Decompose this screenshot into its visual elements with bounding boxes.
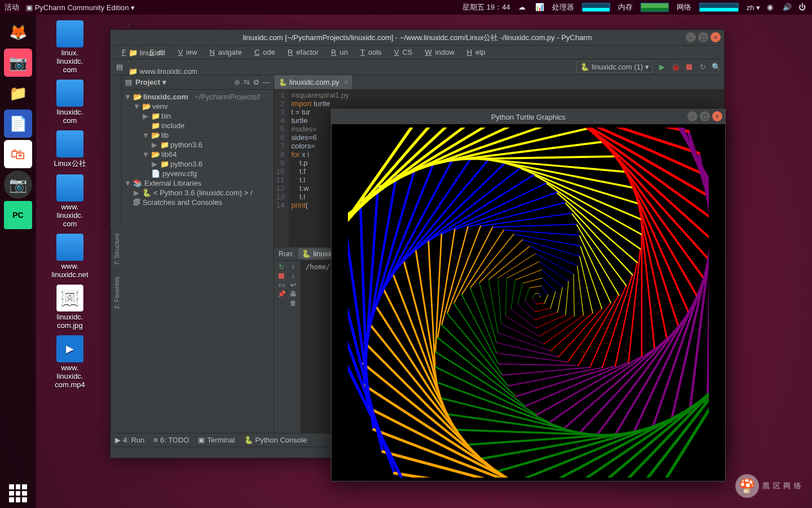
clock[interactable]: 星期五 19：44 [462, 2, 510, 12]
svg-line-47 [496, 343, 558, 357]
editor-tab[interactable]: 🐍 linuxidc.com.py× [274, 75, 353, 89]
svg-line-118 [455, 430, 615, 435]
menu-vcs[interactable]: VCS [387, 47, 416, 58]
svg-line-75 [442, 227, 468, 325]
terminal-tab-btn[interactable]: ▣ Terminal [198, 436, 235, 444]
run-toolbar: ↻↑ ↓ ▭↩ 📌🖶 🗑 [274, 261, 301, 433]
menu-window[interactable]: Window [418, 47, 458, 58]
dock-files[interactable]: 📁 [4, 79, 32, 107]
run-label: Run: [279, 249, 294, 258]
pycharm-titlebar[interactable]: linuxidc.com [~/PycharmProjects/linuxidc… [111, 30, 724, 46]
print-icon[interactable]: 🖶 [288, 290, 299, 298]
svg-line-79 [557, 192, 637, 262]
debug-button-icon[interactable]: 🐞 [671, 63, 680, 72]
run-button-icon[interactable]: ▶ [657, 63, 667, 72]
menu-tools[interactable]: Tools [354, 47, 385, 58]
up-icon[interactable]: ↑ [288, 263, 299, 271]
stop-icon[interactable] [276, 272, 287, 280]
project-header: ▤Project ▾ ⊕ ⇆ ✿ — [122, 75, 273, 90]
menu-bar: FileEditViewNavigateCodeRefactorRunTools… [111, 46, 724, 59]
svg-line-12 [535, 308, 550, 312]
todo-tab-btn[interactable]: ≡ 6: TODO [153, 436, 189, 444]
svg-line-44 [522, 240, 580, 256]
favorites-tab[interactable]: 2: Favorites [112, 271, 121, 314]
svg-line-65 [502, 367, 590, 375]
svg-line-109 [488, 160, 633, 188]
run-tab-btn[interactable]: ▶ 4: Run [115, 436, 144, 444]
menu-refactor[interactable]: Refactor [281, 47, 322, 58]
net-label: 网络 [677, 2, 691, 12]
breadcrumb-root[interactable]: ▤ [114, 63, 125, 71]
project-tool-window: ▤Project ▾ ⊕ ⇆ ✿ — ▼linuxidc.com ~/Pycha… [122, 75, 274, 433]
svg-line-82 [438, 338, 525, 406]
turtle-titlebar[interactable]: Python Turtle Graphics – ◻ × [332, 110, 725, 124]
dock-pycharm[interactable]: PC [4, 201, 32, 229]
turtle-maximize[interactable]: ◻ [700, 111, 710, 121]
dock-software[interactable]: 🛍 [4, 140, 32, 168]
desktop-icon[interactable]: 🖼linuxidc. com.jpg [45, 284, 95, 330]
search-everywhere-icon[interactable]: 🔍 [712, 63, 721, 72]
power-icon[interactable]: ⏻ ▾ [798, 3, 807, 12]
dock-firefox[interactable]: 🦊 [4, 18, 32, 46]
dock-camera[interactable]: 📷 [4, 170, 32, 199]
desktop-icon[interactable]: www. linuxidc.net [45, 234, 95, 279]
a11y-icon[interactable]: ◉ [767, 3, 776, 12]
dock-screenshot[interactable]: 📷 [4, 49, 32, 77]
settings-icon[interactable]: ✿ [253, 78, 259, 86]
svg-line-34 [498, 278, 501, 323]
desktop-icon[interactable]: www. linuxidc. com [45, 174, 95, 228]
activities-button[interactable]: 活动 [5, 2, 19, 12]
window-title: linuxidc.com [~/PycharmProjects/linuxidc… [242, 33, 592, 43]
menu-run[interactable]: Run [324, 47, 351, 58]
menu-help[interactable]: Help [460, 47, 489, 58]
rerun-icon[interactable]: ↻ [276, 263, 287, 271]
svg-line-97 [520, 168, 641, 220]
close-tab-icon[interactable]: × [344, 78, 348, 86]
structure-tab[interactable]: 7: Structure [112, 227, 121, 271]
console-tab-btn[interactable]: 🐍 Python Console [244, 436, 307, 444]
dock-writer[interactable]: 📄 [4, 110, 32, 138]
hide-icon[interactable]: — [263, 78, 270, 86]
layout-icon[interactable]: ▭ [276, 281, 287, 289]
maximize-button[interactable]: ◻ [698, 32, 708, 42]
desktop-icon[interactable]: linuxidc. com [45, 80, 95, 125]
svg-line-32 [535, 253, 573, 274]
pin-icon[interactable]: 📌 [276, 290, 287, 298]
turtle-close[interactable]: × [712, 111, 722, 121]
pycharm-app-menu[interactable]: ▣ PyCharm Community Edition ▾ [26, 3, 135, 12]
desktop-icon[interactable]: Linux公社 [45, 130, 95, 169]
menu-code[interactable]: Code [248, 47, 279, 58]
svg-line-37 [577, 265, 584, 315]
close-button[interactable]: × [710, 32, 721, 42]
svg-line-67 [572, 213, 626, 286]
wrap-icon[interactable]: ↩ [288, 281, 299, 289]
show-apps-button[interactable] [9, 484, 27, 502]
svg-line-73 [565, 203, 632, 275]
update-button-icon[interactable]: ↻ [698, 63, 707, 72]
svg-line-10 [525, 288, 529, 301]
svg-line-24 [536, 315, 566, 328]
net-graph [699, 3, 739, 12]
menu-navigate[interactable]: Navigate [203, 47, 245, 58]
down-icon[interactable]: ↓ [288, 272, 299, 280]
turtle-minimize[interactable]: – [687, 111, 698, 121]
stop-button-icon[interactable] [685, 63, 694, 72]
desktop-icon[interactable]: ▶www. linuxidc. com.mp4 [45, 335, 95, 389]
project-tree[interactable]: ▼linuxidc.com ~/PycharmProjects/l ▼venv … [122, 90, 273, 433]
trash-icon[interactable]: 🗑 [288, 299, 299, 307]
svg-line-15 [523, 278, 542, 283]
svg-line-23 [511, 309, 536, 328]
desktop-icon[interactable]: linux. linuxidc. com [45, 20, 95, 74]
collapse-icon[interactable]: ⇆ [244, 78, 250, 86]
run-config-selector[interactable]: 🐍 linuxidc.com (1) ▾ [576, 61, 653, 73]
volume-icon[interactable]: 🔊 [783, 3, 792, 12]
svg-line-104 [404, 163, 505, 261]
breadcrumb-item[interactable]: 📁 linuxidc [126, 49, 200, 57]
svg-line-29 [505, 316, 539, 336]
project-view-selector[interactable]: Project ▾ [135, 78, 166, 86]
breadcrumb-item[interactable]: 📁 www.linuxidc.com [126, 67, 200, 76]
ime-indicator[interactable]: zh ▾ [747, 3, 760, 12]
svg-line-149 [708, 198, 709, 400]
minimize-button[interactable]: – [686, 32, 696, 42]
locate-icon[interactable]: ⊕ [234, 78, 240, 86]
